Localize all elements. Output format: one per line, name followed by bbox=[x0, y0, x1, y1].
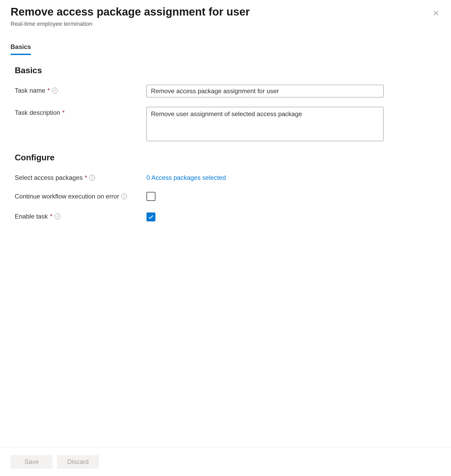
page-subtitle: Real-time employee termination bbox=[11, 21, 250, 27]
info-icon[interactable]: i bbox=[89, 175, 95, 181]
enable-task-checkbox[interactable] bbox=[146, 212, 155, 221]
task-description-input[interactable] bbox=[146, 107, 384, 141]
section-title-configure: Configure bbox=[15, 153, 440, 162]
info-icon[interactable]: i bbox=[55, 214, 60, 219]
close-icon bbox=[433, 10, 439, 16]
page-title: Remove access package assignment for use… bbox=[11, 5, 250, 18]
task-description-label: Task description bbox=[15, 109, 60, 116]
close-button[interactable] bbox=[430, 7, 442, 20]
info-icon[interactable]: i bbox=[121, 194, 127, 199]
enable-task-label: Enable task bbox=[15, 213, 48, 220]
tab-bar: Basics bbox=[11, 43, 440, 55]
select-access-packages-link[interactable]: 0 Access packages selected bbox=[146, 172, 226, 181]
select-packages-label: Select access packages bbox=[15, 174, 82, 181]
continue-on-error-label: Continue workflow execution on error bbox=[15, 193, 119, 200]
save-button[interactable]: Save bbox=[11, 455, 53, 469]
checkmark-icon bbox=[148, 214, 154, 220]
required-indicator: * bbox=[47, 87, 50, 94]
required-indicator: * bbox=[62, 109, 65, 116]
footer-bar: Save Discard bbox=[0, 447, 451, 476]
task-name-input[interactable] bbox=[146, 85, 384, 97]
required-indicator: * bbox=[50, 213, 52, 220]
task-name-label: Task name bbox=[15, 87, 45, 94]
continue-on-error-checkbox[interactable] bbox=[146, 192, 155, 201]
tab-basics[interactable]: Basics bbox=[11, 43, 31, 55]
section-title-basics: Basics bbox=[15, 66, 440, 75]
discard-button[interactable]: Discard bbox=[57, 455, 99, 469]
info-icon[interactable]: i bbox=[52, 88, 58, 93]
required-indicator: * bbox=[85, 174, 87, 181]
